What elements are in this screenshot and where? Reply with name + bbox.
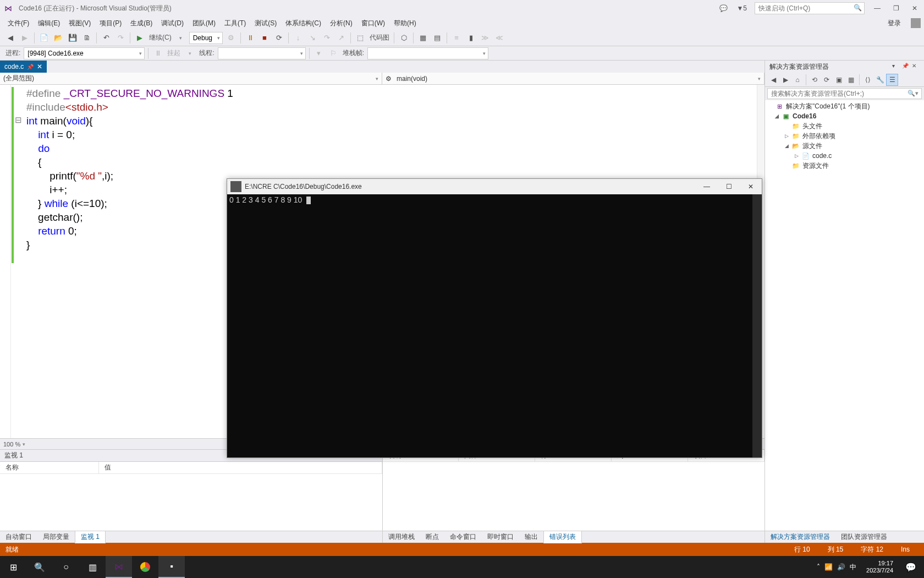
menu-item[interactable]: 生成(B) <box>126 17 157 30</box>
preview-icon[interactable]: 🔧 <box>874 74 886 86</box>
pause-icon[interactable]: ⏸ <box>244 31 257 45</box>
home-icon[interactable]: ⌂ <box>791 74 804 86</box>
quick-launch-box[interactable]: 🔍 <box>755 2 865 14</box>
show-next-icon[interactable]: ↓ <box>292 31 305 45</box>
watch-col-name[interactable]: 名称 <box>0 462 99 473</box>
save-icon[interactable]: 💾 <box>66 31 79 45</box>
hex-icon[interactable]: ⬡ <box>397 31 410 45</box>
bottom-tab[interactable]: 监视 1 <box>75 531 106 543</box>
outdent-icon[interactable]: ≪ <box>493 31 506 45</box>
indent-icon[interactable]: ≫ <box>479 31 492 45</box>
menu-item[interactable]: 帮助(H) <box>389 17 421 30</box>
member-combo[interactable]: ⚙main(void) <box>382 73 765 84</box>
output-icon[interactable]: ▤ <box>431 31 444 45</box>
side-search[interactable]: 🔍▾ <box>765 87 924 100</box>
restart-icon[interactable]: ⟳ <box>272 31 285 45</box>
solution-tree[interactable]: ⊞解决方案"Code16"(1 个项目) ◢▣Code16 📁头文件 ▷📁外部依… <box>765 100 924 531</box>
project-node[interactable]: ◢▣Code16 <box>765 111 924 121</box>
sign-in-link[interactable]: 登录 <box>881 17 908 30</box>
solution-node[interactable]: ⊞解决方案"Code16"(1 个项目) <box>765 101 924 111</box>
console-body[interactable]: 0 1 2 3 4 5 6 7 8 9 10 <box>227 194 752 457</box>
cortana-button[interactable]: ○ <box>53 556 79 578</box>
bottom-tab[interactable]: 错误列表 <box>543 531 582 543</box>
bottom-tab[interactable]: 自动窗口 <box>0 531 37 543</box>
feedback-icon[interactable]: 💬 <box>715 4 732 12</box>
thread-flag-icon[interactable]: ⚐ <box>327 47 340 60</box>
bottom-tab[interactable]: 即时窗口 <box>482 531 519 543</box>
config-combo[interactable]: Debug <box>189 32 223 44</box>
suspend-dropdown-icon[interactable]: ▾ <box>183 47 196 60</box>
process-combo[interactable]: [9948] Code16.exe <box>24 47 145 59</box>
continue-icon[interactable]: ▶ <box>133 31 146 45</box>
filter-icon[interactable]: ▾ <box>312 47 326 60</box>
suspend-icon[interactable]: ⏸ <box>151 47 164 60</box>
error-body[interactable] <box>383 462 765 531</box>
platform-icon[interactable]: ⚙ <box>224 31 238 45</box>
quick-launch-input[interactable] <box>755 3 849 14</box>
nav-back-icon[interactable]: ◀ <box>4 31 17 45</box>
outline-gutter[interactable]: ⊟ <box>14 85 22 438</box>
menu-item[interactable]: 调试(D) <box>157 17 188 30</box>
side-close-icon[interactable]: ✕ <box>912 63 920 70</box>
console-scrollbar[interactable] <box>752 194 762 457</box>
bottom-tab[interactable]: 输出 <box>519 531 543 543</box>
step-into-icon[interactable]: ↘ <box>306 31 319 45</box>
taskbar-clock[interactable]: 19:17 2023/7/24 <box>862 560 898 574</box>
external-folder[interactable]: ▷📁外部依赖项 <box>765 131 924 141</box>
showall-icon[interactable]: ▦ <box>845 74 857 86</box>
locals-icon[interactable]: ▦ <box>416 31 430 45</box>
open-icon[interactable]: 📂 <box>52 31 65 45</box>
step-out-icon[interactable]: ↗ <box>334 31 348 45</box>
scope-combo[interactable]: (全局范围) <box>0 73 382 84</box>
menu-item[interactable]: 编辑(E) <box>34 17 64 30</box>
step-over-icon[interactable]: ↷ <box>320 31 333 45</box>
search-icon[interactable]: 🔍 <box>854 4 862 12</box>
watch-col-value[interactable]: 值 <box>99 462 382 473</box>
comment-icon[interactable]: ≡ <box>450 31 463 45</box>
watch-body[interactable] <box>0 474 382 531</box>
avatar-icon[interactable] <box>911 18 921 28</box>
refresh-icon[interactable]: ⟳ <box>821 74 833 86</box>
start-button[interactable]: ⊞ <box>0 556 26 578</box>
pin-icon[interactable]: 📌 <box>27 64 34 70</box>
tray-wifi-icon[interactable]: 📶 <box>824 563 833 571</box>
tray-volume-icon[interactable]: 🔊 <box>837 563 845 571</box>
undo-icon[interactable]: ↶ <box>100 31 113 45</box>
console-min-button[interactable]: ― <box>696 179 718 194</box>
bottom-tab[interactable]: 局部变量 <box>37 531 75 543</box>
tray-notifications-icon[interactable]: 💬 <box>898 556 924 578</box>
console-close-button[interactable]: ✕ <box>740 179 762 194</box>
file-node-codec[interactable]: ▷📄code.c <box>765 151 924 161</box>
continue-dropdown-icon[interactable]: ▾ <box>174 31 188 45</box>
menu-item[interactable]: 测试(S) <box>250 17 281 30</box>
menu-item[interactable]: 体系结构(C) <box>281 17 326 30</box>
bookmark-icon[interactable]: ▮ <box>464 31 477 45</box>
view-icon[interactable]: ☰ <box>886 74 898 86</box>
menu-item[interactable]: 视图(V) <box>64 17 95 30</box>
codemap-icon[interactable]: ⬚ <box>354 31 367 45</box>
menu-item[interactable]: 团队(M) <box>188 17 220 30</box>
fwd-icon[interactable]: ▶ <box>779 74 791 86</box>
side-pin-icon[interactable]: 📌 <box>902 63 910 70</box>
stackframe-combo[interactable] <box>367 47 488 59</box>
side-search-icon[interactable]: 🔍▾ <box>908 90 919 97</box>
menu-item[interactable]: 文件(F) <box>3 17 34 30</box>
tray-ime[interactable]: 中 <box>850 563 856 572</box>
console-titlebar[interactable]: E:\NCRE C\Code16\Debug\Code16.exe ― ☐ ✕ <box>227 179 762 194</box>
resources-folder[interactable]: 📁资源文件 <box>765 161 924 171</box>
file-tab-codec[interactable]: code.c 📌 ✕ <box>0 61 47 73</box>
close-button[interactable]: ✕ <box>905 0 924 17</box>
sync-icon[interactable]: ⟲ <box>809 74 821 86</box>
taskbar-chrome-icon[interactable] <box>132 556 158 578</box>
console-max-button[interactable]: ☐ <box>718 179 740 194</box>
properties-icon[interactable]: ⟨⟩ <box>862 74 874 86</box>
taskview-button[interactable]: ▥ <box>79 556 106 578</box>
side-tab[interactable]: 团队资源管理器 <box>835 531 893 543</box>
menu-item[interactable]: 窗口(W) <box>357 17 389 30</box>
bottom-tab[interactable]: 调用堆栈 <box>383 531 420 543</box>
thread-combo[interactable] <box>218 47 306 59</box>
sources-folder[interactable]: ◢📂源文件 <box>765 141 924 151</box>
tray-chevron-icon[interactable]: ˄ <box>817 563 820 571</box>
bottom-tab[interactable]: 命令窗口 <box>444 531 482 543</box>
continue-label[interactable]: 继续(C) <box>147 33 174 42</box>
